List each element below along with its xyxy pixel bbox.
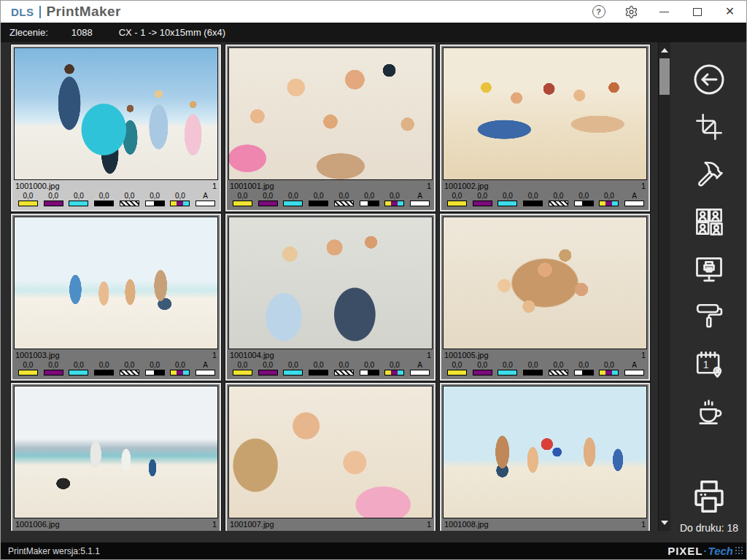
channel-value: 0,0: [357, 191, 382, 200]
paint-roller-icon: [694, 301, 724, 332]
photo-filename: 1001000.jpg: [15, 182, 212, 190]
crop-button[interactable]: [686, 107, 732, 147]
scroll-up-button[interactable]: [659, 44, 670, 57]
job-label: Zlecenie:: [9, 27, 48, 38]
channel-bar-black: [309, 370, 328, 376]
maximize-button[interactable]: [681, 1, 713, 23]
channel-value: 0,0: [331, 191, 357, 200]
scroll-down-button[interactable]: [659, 516, 670, 529]
channel-bar-black: [523, 201, 543, 206]
channel-bar-cyan: [283, 370, 303, 376]
brand-dls: DLS: [11, 6, 34, 18]
channel-values: 0,00,00,00,00,00,00,0A: [14, 191, 218, 200]
channel-value: 0,0: [306, 191, 331, 200]
photo-cell[interactable]: 1001006.jpg 1 0,00,00,00,00,00,00,0A: [11, 383, 221, 531]
channel-values: 0,00,00,00,00,00,00,0A: [443, 191, 647, 200]
channel-value: 0,0: [66, 529, 92, 531]
channel-bar-magenta: [473, 370, 492, 376]
channel-bar-black: [94, 201, 114, 206]
channel-values: 0,00,00,00,00,00,00,0A: [228, 360, 433, 369]
channel-value: 0,0: [230, 360, 255, 369]
channel-bar-black: [523, 370, 543, 376]
id-photos-button[interactable]: [686, 202, 732, 241]
photo-thumbnail[interactable]: [443, 217, 647, 349]
channel-value: 0,0: [41, 191, 66, 200]
titlebar: DLS PrintMaker ? ✕: [1, 1, 746, 23]
photo-cell[interactable]: 1001003.jpg 1 0,00,00,00,00,00,00,0A: [11, 214, 221, 381]
photo-copy-count: 1: [212, 520, 217, 529]
photo-cell[interactable]: 1001001.jpg 1 0,00,00,00,00,00,00,0A: [225, 44, 436, 211]
channel-values: 0,00,00,00,00,00,00,0A: [443, 360, 647, 369]
photo-filename: 1001001.jpg: [230, 182, 427, 190]
logo-dot-matrix: [735, 547, 743, 555]
channel-bar-cyan: [498, 370, 517, 376]
photo-cell[interactable]: 1001007.jpg 1 0,00,00,00,00,00,00,0A: [225, 383, 436, 531]
background-button[interactable]: [686, 297, 732, 336]
photo-caption: 1001007.jpg 1: [228, 518, 433, 529]
channel-value: 0,0: [255, 191, 281, 200]
minimize-button[interactable]: [648, 1, 681, 23]
channel-value: A: [622, 191, 647, 200]
print-queue-button[interactable]: Do druku: 18: [670, 477, 747, 534]
channel-bar-auto: [410, 370, 430, 376]
channel-value: 0,0: [444, 191, 470, 200]
photo-thumbnail[interactable]: [228, 217, 433, 349]
channel-bar-ymc: [599, 370, 619, 376]
photo-thumbnail[interactable]: [443, 386, 647, 518]
maximize-icon: [693, 8, 702, 16]
channel-value: 0,0: [168, 360, 193, 369]
photo-cell[interactable]: 1001005.jpg 1 0,00,00,00,00,00,00,0A: [440, 214, 650, 381]
channel-bars: [228, 200, 433, 207]
photo-thumbnail[interactable]: [228, 386, 433, 518]
back-button[interactable]: [686, 60, 732, 99]
channel-value: A: [193, 360, 218, 369]
photo-cell[interactable]: 1001002.jpg 1 0,00,00,00,00,00,00,0A: [440, 44, 650, 211]
channel-value: 0,0: [470, 360, 495, 369]
break-button[interactable]: [686, 392, 732, 431]
help-button[interactable]: ?: [582, 1, 615, 23]
channel-value: 0,0: [546, 191, 571, 200]
photo-thumbnail[interactable]: [14, 217, 218, 349]
close-button[interactable]: ✕: [713, 1, 746, 23]
photo-filename: 1001007.jpg: [230, 520, 427, 529]
photo-cell[interactable]: 1001004.jpg 1 0,00,00,00,00,00,00,0A: [225, 214, 436, 381]
photo-caption: 1001008.jpg 1: [443, 518, 647, 529]
minimize-icon: [659, 12, 669, 12]
retouch-button[interactable]: [686, 155, 732, 194]
channel-bar-black: [94, 370, 114, 376]
job-bar: Zlecenie: 1088 CX - 1 -> 10x15mm (6x4): [1, 23, 746, 42]
channel-bar-cyan: [498, 201, 517, 206]
channel-bar-bw: [574, 370, 594, 376]
channel-bar-yellow: [18, 201, 38, 206]
photo-filename: 1001004.jpg: [230, 351, 427, 359]
channel-bar-ymc: [384, 201, 404, 206]
channel-value: 0,0: [331, 360, 357, 369]
calendar-button[interactable]: 1: [686, 344, 732, 384]
tool-sidebar: 1: [670, 42, 747, 544]
photo-copy-count: 1: [212, 351, 217, 359]
photo-cell[interactable]: 1001000.jpg 1 0,00,00,00,00,00,00,0A: [11, 44, 221, 211]
photo-copy-count: 1: [641, 520, 646, 529]
photo-cell[interactable]: 1001008.jpg 1 0,00,00,00,00,00,00,0A: [440, 383, 650, 531]
arrow-left-circle-icon: [692, 62, 727, 97]
print-queue-count: Do druku: 18: [680, 522, 738, 534]
scrollbar-thumb[interactable]: [659, 58, 670, 95]
channel-bar-bw: [360, 370, 379, 376]
photo-thumbnail[interactable]: [443, 47, 647, 180]
thumbnail-viewport: 1001000.jpg 1 0,00,00,00,00,00,00,0A 100…: [1, 42, 658, 531]
channel-value: 0,0: [470, 191, 495, 200]
photo-thumbnail[interactable]: [14, 47, 218, 180]
channel-value: 0,0: [520, 529, 546, 531]
settings-button[interactable]: [615, 1, 648, 23]
channel-bar-auto: [624, 201, 644, 206]
print-preview-button[interactable]: [686, 249, 732, 289]
photo-filename: 1001002.jpg: [444, 182, 641, 190]
photo-caption: 1001001.jpg 1: [228, 180, 433, 191]
vertical-scrollbar[interactable]: [658, 42, 670, 531]
photo-copy-count: 1: [427, 351, 431, 359]
channel-bar-yellow: [447, 201, 467, 206]
photo-thumbnail[interactable]: [14, 386, 218, 518]
channel-value: 0,0: [495, 360, 521, 369]
photo-thumbnail[interactable]: [228, 47, 433, 180]
channel-bar-hatch: [334, 370, 354, 376]
